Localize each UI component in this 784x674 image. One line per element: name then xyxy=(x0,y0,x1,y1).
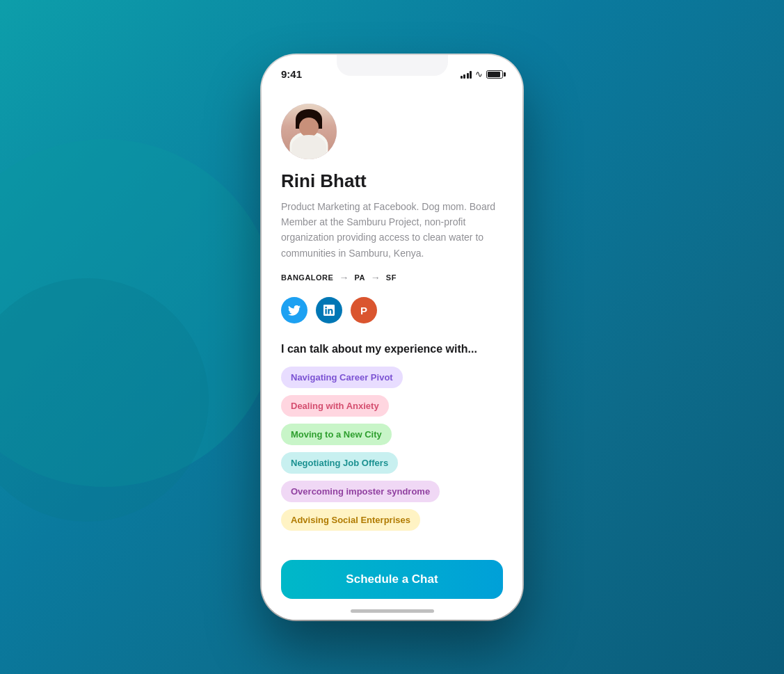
tag-imposter-syndrome[interactable]: Overcoming imposter syndrome xyxy=(281,481,440,502)
schedule-btn-container: Schedule a Chat xyxy=(281,560,503,599)
location-row: BANGALORE → PA → SF xyxy=(281,272,503,283)
battery-icon xyxy=(486,70,503,79)
linkedin-icon xyxy=(323,305,335,316)
location-sf: SF xyxy=(386,273,397,282)
tag-new-city[interactable]: Moving to a New City xyxy=(281,424,392,445)
twitter-icon xyxy=(288,305,301,316)
arrow-icon-1: → xyxy=(339,272,349,283)
signal-bars-icon xyxy=(461,70,472,79)
phone-frame: 9:41 ∿ Rini Bhatt P xyxy=(262,55,522,620)
tag-job-offers[interactable]: Negotiating Job Offers xyxy=(281,452,398,474)
producthunt-button[interactable]: P xyxy=(351,297,377,323)
schedule-chat-button[interactable]: Schedule a Chat xyxy=(281,560,503,599)
tag-career-pivot[interactable]: Navigating Career Pivot xyxy=(281,367,403,388)
experience-title: I can talk about my experience with... xyxy=(281,343,503,355)
wifi-icon: ∿ xyxy=(475,69,483,79)
social-row: P xyxy=(281,297,503,323)
avatar-image xyxy=(281,104,337,159)
phone-content: Rini Bhatt Product Marketing at Facebook… xyxy=(262,90,522,620)
tag-anxiety[interactable]: Dealing with Anxiety xyxy=(281,395,389,417)
location-bangalore: BANGALORE xyxy=(281,273,333,282)
profile-bio: Product Marketing at Facebook. Dog mom. … xyxy=(281,199,503,262)
linkedin-button[interactable] xyxy=(316,297,342,323)
profile-name: Rini Bhatt xyxy=(281,170,503,192)
avatar xyxy=(281,104,337,159)
producthunt-icon: P xyxy=(360,305,367,316)
status-time: 9:41 xyxy=(281,68,302,80)
status-icons: ∿ xyxy=(461,69,504,79)
face-shape xyxy=(299,118,319,137)
tags-container: Navigating Career Pivot Dealing with Anx… xyxy=(281,367,503,531)
home-indicator xyxy=(351,609,434,613)
twitter-button[interactable] xyxy=(281,297,307,323)
phone-notch xyxy=(337,55,448,76)
avatar-section xyxy=(281,104,503,159)
location-pa: PA xyxy=(354,273,365,282)
tag-social-enterprises[interactable]: Advising Social Enterprises xyxy=(281,509,420,531)
arrow-icon-2: → xyxy=(371,272,381,283)
body-shape xyxy=(291,135,326,159)
